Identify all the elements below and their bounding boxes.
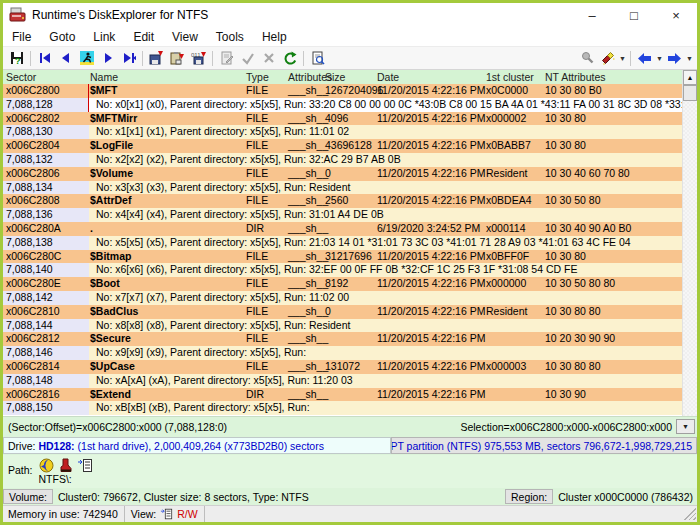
entry-detail-row[interactable]: 7,088,142No: x7[x7] (x7), Parent directo… [3,291,682,305]
scroll-up-button[interactable]: ▲ [683,70,697,85]
partition-info[interactable]: 3rd GPT partition (NTFS) 975,553 MB, sec… [391,437,697,454]
entry-detail-row[interactable]: 7,088,150No: xB[xB] (xB), Parent directo… [3,401,682,415]
entry-detail-row[interactable]: 7,088,146No: x9[x9] (x9), Parent directo… [3,346,682,360]
cell-nt-attributes: 10 30 50 80 80 [545,277,615,291]
table-entry[interactable]: x006C280E$BootFILE___sh__819211/20/2015 … [3,277,682,305]
cell-nt-attributes: 10 30 80 B0 [545,84,602,98]
menu-edit[interactable]: Edit [124,30,163,44]
vertical-scrollbar[interactable]: ▲ [682,70,697,416]
menu-link[interactable]: Link [84,30,124,44]
path-root-node[interactable]: NTFS\: [39,473,93,486]
cell-date: 11/20/2015 4:22:16 PM [377,84,485,98]
scroll-thumb[interactable] [683,85,697,101]
cell-first-cluster: x0BFF0F [486,250,529,264]
menu-view[interactable]: View [163,30,207,44]
cell-sector-decimal: 7,088,146 [3,346,89,360]
cell-date: 11/20/2015 4:22:16 PM [377,194,485,208]
column-header-1st-cluster: 1st cluster [486,70,534,84]
volume-moon-icon[interactable] [39,458,54,473]
previous-sector-icon [59,51,73,65]
table-entry[interactable]: x006C280C$BitmapFILE___sh__3121769611/20… [3,250,682,278]
entry-main-row[interactable]: x006C2800$MFTFILE___sh__126720409611/20/… [3,84,682,98]
flashlight-button[interactable] [597,49,618,68]
goto-sector-button[interactable] [76,49,97,68]
entry-main-row[interactable]: x006C2814$UpCaseFILE___sh__13107211/20/2… [3,360,682,374]
table-entry[interactable]: x006C2814$UpCaseFILE___sh__13107211/20/2… [3,360,682,388]
discard-changes-button[interactable] [258,49,279,68]
entry-detail-row[interactable]: 7,088,140No: x6[x6] (x6), Parent directo… [3,263,682,277]
copy-to-clipboard-button[interactable] [167,49,188,68]
cell-name: . [90,222,93,236]
region-label: Region: [505,489,553,504]
menu-file[interactable]: File [3,30,40,44]
accept-changes-button[interactable] [237,49,258,68]
boot-icon[interactable] [59,458,72,473]
table-entry[interactable]: x006C2812$SecureFILE___sh__11/20/2015 4:… [3,332,682,360]
edit-button[interactable] [216,49,237,68]
selection-border [88,84,89,112]
entry-main-row[interactable]: x006C2816$ExtendDIR___sh__11/20/2015 4:2… [3,388,682,402]
path-tree: NTFS\: [39,457,93,488]
entry-main-row[interactable]: x006C2808$AttrDefFILE___sh__256011/20/20… [3,194,682,208]
menu-tools[interactable]: Tools [207,30,253,44]
goto-first-button[interactable] [34,49,55,68]
copy-to-file-button[interactable] [146,49,167,68]
table-entry[interactable]: x006C2816$ExtendDIR___sh__11/20/2015 4:2… [3,388,682,416]
entry-detail-row[interactable]: 7,088,128No: x0[x1] (x0), Parent directo… [3,98,682,112]
column-header-nt-attributes: NT Attributes [545,70,606,84]
entry-main-row[interactable]: x006C2804$LogFileFILE___sh__4369612811/2… [3,139,682,153]
menu-help[interactable]: Help [253,30,296,44]
search-button[interactable] [576,49,597,68]
cell-sector-hex: x006C280A [6,222,89,236]
goto-previous-button[interactable] [55,49,76,68]
copy-sectors-button[interactable]: 011 [188,49,209,68]
cell-type: FILE [246,167,268,181]
entry-detail-row[interactable]: 7,088,130No: x1[x1] (x1), Parent directo… [3,125,682,139]
table-entry[interactable]: x006C2808$AttrDefFILE___sh__256011/20/20… [3,194,682,222]
cell-run-detail: No: x3[x3] (x3), Parent directory: x5[x5… [96,181,350,195]
goto-next-button[interactable] [97,49,118,68]
maximize-button[interactable]: □ [613,3,655,27]
entry-detail-row[interactable]: 7,088,134No: x3[x3] (x3), Parent directo… [3,181,682,195]
save-button[interactable]: ? [6,49,27,68]
menu-goto[interactable]: Goto [40,30,84,44]
goto-last-button[interactable] [118,49,139,68]
entry-detail-row[interactable]: 7,088,138No: x5[x5] (x5), Parent directo… [3,236,682,250]
entry-main-row[interactable]: x006C280C$BitmapFILE___sh__3121769611/20… [3,250,682,264]
cell-sector-hex: x006C280C [6,250,89,264]
entry-main-row[interactable]: x006C280E$BootFILE___sh__819211/20/2015 … [3,277,682,291]
entry-main-row[interactable]: x006C2802$MFTMirrFILE___sh__409611/20/20… [3,112,682,126]
back-history-dropdown[interactable]: ▼ [655,55,664,62]
view-mode[interactable]: View: R/W [125,506,205,522]
grid-header: SectorNameTypeAttributesSizeDate1st clus… [3,70,682,84]
forward-button[interactable] [664,49,685,68]
minimize-button[interactable]: – [571,3,613,27]
entry-main-row[interactable]: x006C2806$VolumeFILE___sh__011/20/2015 4… [3,167,682,181]
table-entry[interactable]: x006C2802$MFTMirrFILE___sh__409611/20/20… [3,112,682,140]
preview-button[interactable] [307,49,328,68]
flashlight-dropdown[interactable]: ▼ [618,55,627,62]
table-entry[interactable]: x006C2804$LogFileFILE___sh__4369612811/2… [3,139,682,167]
entry-detail-row[interactable]: 7,088,136No: x4[x4] (x4), Parent directo… [3,208,682,222]
tree-view-icon[interactable] [77,458,93,473]
table-entry[interactable]: x006C2800$MFTFILE___sh__126720409611/20/… [3,84,682,112]
entry-main-row[interactable]: x006C2810$BadClusFILE___sh__011/20/2015 … [3,305,682,319]
table-entry[interactable]: x006C2806$VolumeFILE___sh__011/20/2015 4… [3,167,682,195]
table-entry[interactable]: x006C2810$BadClusFILE___sh__011/20/2015 … [3,305,682,333]
forward-history-dropdown[interactable]: ▼ [685,55,694,62]
selection-dropdown-button[interactable]: ▼ [676,419,695,434]
svg-text:?: ? [15,56,21,65]
table-entry[interactable]: x006C280A.DIR___sh__6/19/2020 3:24:52 PM… [3,222,682,250]
entry-main-row[interactable]: x006C280A.DIR___sh__6/19/2020 3:24:52 PM… [3,222,682,236]
undo-button[interactable] [279,49,300,68]
preview-icon [311,51,325,65]
drive-info[interactable]: Drive: HD128: (1st hard drive), 2,000,40… [3,437,391,454]
entry-detail-row[interactable]: 7,088,132No: x2[x2] (x2), Parent directo… [3,153,682,167]
cell-sector-decimal: 7,088,150 [3,401,89,415]
entry-detail-row[interactable]: 7,088,144No: x8[x8] (x8), Parent directo… [3,319,682,333]
entry-main-row[interactable]: x006C2812$SecureFILE___sh__11/20/2015 4:… [3,332,682,346]
resize-grip[interactable] [684,508,696,520]
back-button[interactable] [634,49,655,68]
entry-detail-row[interactable]: 7,088,148No: xA[xA] (xA), Parent directo… [3,374,682,388]
close-button[interactable]: × [655,3,697,27]
